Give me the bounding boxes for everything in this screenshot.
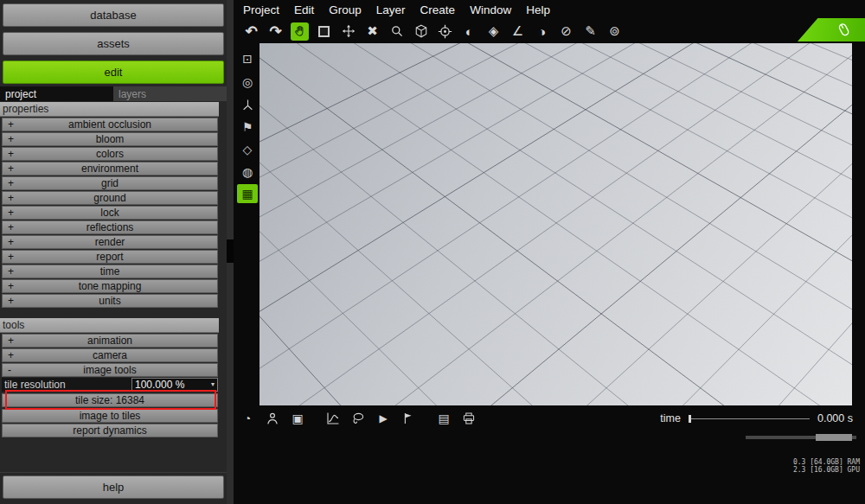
help-button[interactable]: help: [3, 475, 224, 499]
grid-icon[interactable]: ▦: [237, 184, 258, 203]
timeline-slider[interactable]: [689, 414, 810, 424]
property-row-lock[interactable]: +lock: [2, 206, 218, 220]
angle-tool-icon[interactable]: ∠: [509, 22, 527, 41]
print-icon[interactable]: [460, 410, 477, 427]
tool-row-image-tools[interactable]: -image tools: [2, 363, 218, 377]
expand-icon[interactable]: +: [8, 192, 14, 204]
avatar-icon[interactable]: [264, 410, 281, 427]
cube-tool-icon[interactable]: [412, 22, 430, 41]
image-to-tiles-button[interactable]: image to tiles: [2, 409, 218, 423]
expand-icon[interactable]: +: [8, 251, 14, 263]
report-doc-icon[interactable]: ▤: [435, 410, 452, 427]
property-row-render[interactable]: +render: [2, 235, 218, 249]
property-row-ambient-occlusion[interactable]: +ambient occlusion: [2, 118, 218, 131]
expand-icon[interactable]: +: [8, 280, 14, 292]
timeline-track[interactable]: [689, 418, 810, 419]
ring-tool-icon[interactable]: ⊚: [606, 22, 624, 41]
expand-icon[interactable]: +: [8, 265, 14, 278]
hand-tool-icon[interactable]: [291, 22, 309, 41]
expand-icon[interactable]: +: [8, 295, 14, 307]
lasso-icon[interactable]: [349, 410, 367, 427]
property-row-environment[interactable]: +environment: [2, 162, 218, 175]
tag-icon[interactable]: ◇: [237, 141, 258, 158]
expand-icon[interactable]: +: [8, 163, 14, 175]
collapse-icon[interactable]: -: [8, 364, 11, 376]
spinner-icon[interactable]: ▾: [211, 381, 215, 388]
property-label: lock: [100, 207, 119, 219]
redo-icon[interactable]: ↷: [266, 22, 285, 41]
tool-row-camera[interactable]: +camera: [2, 348, 218, 362]
diamond-tool-icon[interactable]: ◈: [484, 22, 503, 41]
menu-project[interactable]: Project: [243, 3, 279, 16]
property-row-colors[interactable]: +colors: [2, 147, 218, 161]
timeline-scrollbar[interactable]: [746, 436, 856, 439]
menu-help[interactable]: Help: [526, 3, 550, 16]
menu-edit[interactable]: Edit: [294, 3, 314, 16]
tab-project[interactable]: project: [0, 86, 113, 101]
tab-layers[interactable]: layers: [113, 86, 227, 101]
gpu-usage: 2.3 [16.0GB] GPU: [793, 466, 860, 474]
property-row-tone-mapping[interactable]: +tone mapping: [2, 279, 218, 293]
expand-icon[interactable]: +: [8, 118, 14, 131]
axes-icon[interactable]: [237, 96, 258, 113]
property-row-units[interactable]: +units: [2, 294, 218, 308]
delete-tool-icon[interactable]: ✖: [363, 22, 381, 41]
tile-size-label: tile size: 16384: [75, 394, 144, 406]
timeline-scrollbar-thumb[interactable]: [816, 434, 852, 441]
expand-icon[interactable]: +: [8, 207, 14, 219]
expand-icon[interactable]: +: [8, 335, 14, 347]
tile-size-button[interactable]: tile size: 16384: [2, 393, 218, 407]
film-icon[interactable]: ◍: [237, 163, 258, 181]
property-row-bloom[interactable]: +bloom: [2, 132, 218, 146]
render-flag-icon[interactable]: [400, 410, 417, 427]
move-tool-icon[interactable]: [339, 22, 357, 41]
expand-icon[interactable]: +: [8, 133, 14, 145]
panel-scrollbar[interactable]: [227, 0, 234, 504]
expand-icon[interactable]: +: [8, 177, 14, 189]
viewport[interactable]: [260, 43, 852, 405]
record-icon[interactable]: ◎: [237, 73, 258, 91]
expand-icon[interactable]: +: [8, 148, 14, 160]
expand-icon[interactable]: +: [8, 236, 14, 248]
slash-circle-tool-icon[interactable]: ⊘: [557, 22, 575, 41]
edit-button[interactable]: edit: [3, 61, 224, 84]
assets-button[interactable]: assets: [3, 32, 224, 55]
sidebar: database assets edit project layers prop…: [0, 0, 227, 504]
display-icon[interactable]: ⊡: [237, 50, 258, 67]
select-box-tool-icon[interactable]: [315, 22, 333, 41]
tool-label: image tools: [83, 364, 136, 376]
property-row-grid[interactable]: +grid: [2, 176, 218, 190]
target-tool-icon[interactable]: [436, 22, 454, 41]
timeline-thumb[interactable]: [689, 415, 691, 423]
tile-resolution-input[interactable]: 100.000 % ▾: [131, 378, 218, 392]
play-icon[interactable]: ▶: [375, 410, 392, 427]
sidebar-divider: [0, 472, 227, 473]
expand-icon[interactable]: +: [8, 221, 14, 233]
report-dynamics-button[interactable]: report dynamics: [2, 424, 218, 437]
menu-create[interactable]: Create: [420, 3, 456, 16]
zoom-tool-icon[interactable]: [388, 22, 406, 41]
half-circle-tool-icon[interactable]: ◑: [533, 22, 551, 41]
property-row-time[interactable]: +time: [2, 265, 218, 278]
undo-icon[interactable]: ↶: [242, 22, 260, 41]
timeline-value: 0.000 s: [817, 412, 853, 424]
panel-scrollbar-thumb[interactable]: [227, 239, 234, 263]
property-label: grid: [101, 177, 119, 189]
flag-icon[interactable]: ⚑: [237, 118, 258, 136]
menu-layer[interactable]: Layer: [376, 3, 406, 16]
property-label: units: [99, 295, 120, 307]
tool-row-animation[interactable]: +animation: [2, 334, 218, 348]
curve-editor-icon[interactable]: [324, 410, 342, 427]
orbit-icon[interactable]: ◔: [239, 410, 256, 427]
ram-usage: 0.3 [64.0GB] RAM: [793, 458, 860, 466]
sphere-tool-icon[interactable]: ◐: [460, 22, 478, 41]
pen-tool-icon[interactable]: ✎: [581, 22, 599, 41]
property-row-ground[interactable]: +ground: [2, 191, 218, 205]
screen-icon[interactable]: ▣: [289, 410, 306, 427]
menu-group[interactable]: Group: [329, 3, 362, 16]
expand-icon[interactable]: +: [8, 349, 14, 361]
menu-window[interactable]: Window: [470, 3, 511, 16]
property-row-reflections[interactable]: +reflections: [2, 220, 218, 234]
database-button[interactable]: database: [3, 3, 224, 27]
property-row-report[interactable]: +report: [2, 250, 218, 264]
